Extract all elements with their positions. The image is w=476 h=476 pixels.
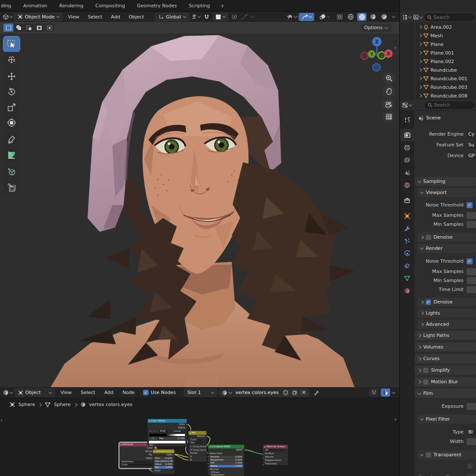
viewport-denoise-checkbox[interactable] [426,235,431,240]
render-min-samples-field[interactable] [467,277,476,284]
viewport-max-samples-field[interactable] [467,212,476,219]
shading-options-dropdown[interactable] [392,390,395,394]
select-mode-subtract[interactable] [24,24,34,32]
expand-icon[interactable] [418,77,422,80]
time-limit-field[interactable] [467,286,476,293]
tab-tool[interactable] [401,114,413,125]
new-material-icon[interactable] [291,390,298,396]
shading-wireframe-icon[interactable] [346,13,355,21]
motion-blur-checkbox[interactable] [423,379,428,385]
visibility-dropdown[interactable] [287,13,297,21]
roughness-threshold-field[interactable] [467,474,476,476]
expand-icon[interactable] [418,42,422,46]
tab-modifiers[interactable] [401,223,413,234]
shading-material-icon[interactable] [368,13,378,21]
select-mode-invert[interactable] [34,24,44,32]
tab-constraints[interactable] [401,260,413,271]
overlays-dropdown[interactable] [316,13,333,21]
render-region-icon[interactable] [335,13,344,21]
panel-sampling[interactable]: Sampling [415,177,476,186]
workspace-tab-animation[interactable]: Animation [17,0,53,12]
subpanel-pixel-filter[interactable]: Pixel Filter [418,415,476,424]
editor-type-shader-icon[interactable] [3,388,12,397]
add-workspace-button[interactable]: + [216,3,229,9]
subpanel-render[interactable]: Render [418,244,476,253]
outliner-search-input[interactable] [434,15,464,20]
pan-hand-button[interactable] [383,85,395,97]
outliner-row-roundcube003[interactable]: Roundcube.003 [419,83,476,91]
expand-icon[interactable] [418,51,422,55]
node-color-ramp[interactable]: Color Ramp Color Alpha +−⌄ RGB⌄ Linear⌄ … [147,418,187,447]
tab-render[interactable] [401,130,413,141]
properties-search[interactable] [424,101,475,109]
expand-icon[interactable] [418,60,422,63]
expand-icon[interactable] [418,34,422,37]
t b-output[interactable] [401,142,413,153]
proportional-falloff-dropdown[interactable] [241,13,254,21]
panel-motion-blur[interactable]: Motion Blur [415,377,476,386]
subpanel-viewport[interactable]: Viewport [418,188,476,197]
outliner-row-mesh[interactable]: Mesh [419,31,476,40]
tab-particles[interactable] [401,235,413,246]
tool-duplicate-cut[interactable] [3,179,20,195]
preview-shading-toggle[interactable] [381,388,390,397]
breadcrumb-material[interactable]: vertex colors.eyes [89,402,133,407]
panel-simplify[interactable]: Simplify [415,366,476,375]
pin-icon[interactable] [313,390,319,396]
expand-icon[interactable] [418,85,422,89]
outliner-row-plane002[interactable]: Plane.002 [419,57,476,66]
snap-target-dropdown[interactable] [213,13,228,21]
transform-orientation-dropdown[interactable]: Global [155,13,189,21]
tab-object[interactable] [401,210,413,221]
viewport-noise-threshold-checkbox[interactable]: ✓ [467,202,473,208]
expand-icon[interactable] [418,94,422,97]
menu-object[interactable]: Object [125,14,148,20]
feature-set-dropdown[interactable]: Su [467,142,476,149]
render-noise-threshold-checkbox[interactable]: ✓ [467,258,473,264]
zoom-button[interactable] [383,72,395,84]
workspace-tab-compositing[interactable]: Compositing [89,0,131,12]
shading-rendered-icon[interactable] [379,13,389,21]
panel-volumes[interactable]: Volumes [415,343,476,352]
breadcrumb-mesh[interactable]: Sphere [54,402,71,407]
use-nodes-checkbox[interactable]: ✓ [143,390,149,395]
subpanel-transparent[interactable]: Transparent [418,450,476,459]
tool-scale[interactable] [3,100,20,115]
menu-select[interactable]: Select [84,14,106,20]
shader-menu-add[interactable]: Add [101,390,117,395]
exposure-field[interactable] [467,403,476,410]
node-mix[interactable]: Mix Result Color⌄ Mix⌄ Clamp Result Clam… [188,431,207,462]
workspace-tab-rendering[interactable]: Rendering [53,0,89,12]
editor-type-viewport-icon[interactable] [3,13,12,21]
tool-rotate[interactable] [3,84,20,100]
shader-type-dropdown[interactable]: Object [15,388,55,397]
tool-transform[interactable] [3,115,20,130]
node-material-output[interactable]: Material Output All⌄ Surface Volume Disp… [263,444,288,466]
outliner-search[interactable] [424,13,475,21]
render-max-samples-field[interactable] [467,268,476,275]
select-mode-intersect[interactable] [45,24,55,32]
shading-solid-icon[interactable] [357,13,367,21]
region-collapse-arrow[interactable]: ‹ [394,416,397,422]
breadcrumb-scene[interactable]: Scene [426,115,441,121]
pivot-point-dropdown[interactable] [191,13,200,21]
tool-measure[interactable] [3,147,20,163]
snap-magnet-icon[interactable] [369,388,379,397]
expand-icon[interactable] [418,25,422,29]
ramp-color-swatch[interactable] [149,441,185,443]
node-canvas[interactable]: › ‹ Sphere Sphere vertex colors.eyes [0,398,399,476]
tool-select-box[interactable] [3,36,20,52]
subpanel-viewport-denoise[interactable]: Denoise [418,233,476,242]
outliner-filter-icon[interactable] [413,13,422,21]
device-dropdown[interactable]: GP [467,152,476,159]
shader-menu-view[interactable]: View [57,390,75,395]
breadcrumb-object[interactable]: Sphere [18,402,35,407]
shading-dropdown[interactable] [392,14,395,18]
tab-object-data[interactable] [401,273,413,284]
select-mode-extend[interactable] [14,24,24,32]
render-engine-dropdown[interactable]: Cy [467,131,476,138]
orthographic-grid-button[interactable] [383,111,395,123]
tab-view-layer[interactable] [401,155,413,166]
tab-physics[interactable] [401,248,413,259]
outliner-row-roundcube008[interactable]: Roundcube.008 [419,91,476,100]
